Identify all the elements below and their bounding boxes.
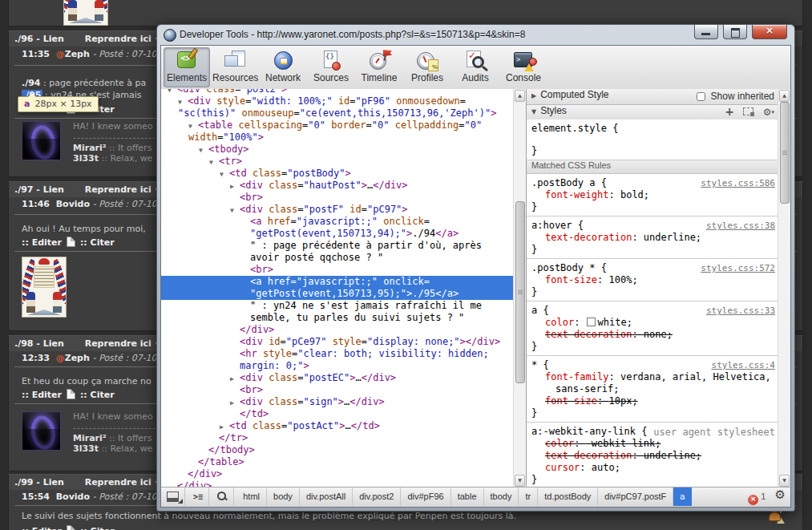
tree-line[interactable]: </tr> [161, 432, 514, 444]
post-author-link[interactable]: @Zeph [56, 353, 90, 363]
tree-line[interactable]: margin: 0;"> [161, 360, 514, 372]
toolbar-tab-resources[interactable]: Resources [212, 47, 258, 87]
expand-arrow-open-icon[interactable]: ▼ [188, 123, 198, 130]
scrollbar-thumb[interactable] [515, 201, 525, 383]
css-property[interactable]: cursor: auto; [531, 462, 775, 474]
show-inherited-checkbox[interactable] [697, 92, 705, 101]
expanded-arrow-icon[interactable]: ▼ [531, 108, 536, 115]
color-swatch[interactable] [587, 318, 596, 326]
expand-arrow-open-icon[interactable]: ▼ [220, 171, 229, 178]
breadcrumb-tbody[interactable]: tbody [484, 488, 519, 506]
tree-line[interactable]: </tbody> [161, 444, 514, 456]
tree-line[interactable]: avoir posté qqchose ? " [161, 252, 514, 264]
stylesheet-link[interactable]: styles.css:33 [706, 305, 775, 316]
toolbar-tab-profiles[interactable]: %Profiles [404, 47, 450, 87]
css-property[interactable]: color: white; [531, 317, 775, 329]
expand-arrow-closed-icon[interactable]: ▶ [220, 423, 229, 431]
css-property[interactable]: text-decoration: none; [531, 329, 775, 341]
toolbar-tab-console[interactable]: >Console [500, 47, 547, 87]
breadcrumb-table[interactable]: table [451, 488, 484, 506]
css-property[interactable]: font-size: 100%; [531, 274, 775, 286]
scroll-up-icon[interactable]: ▲ [515, 90, 525, 102]
tree-line[interactable]: "getPost(event,150713,95);">./95</a> [161, 288, 514, 300]
css-selector[interactable]: a:-webkit-any-link [531, 426, 636, 437]
tree-line[interactable]: " : page précédente à partir d'où, après [161, 240, 514, 252]
tree-line[interactable]: semble, tu parles du suivi sujets ? " [161, 312, 514, 324]
new-style-rule-button[interactable]: + [725, 105, 734, 118]
collapsed-arrow-icon[interactable]: ▶ [531, 92, 536, 99]
tree-line[interactable]: ▼<td class="postBody"> [161, 168, 514, 180]
scrollbar-thumb[interactable] [780, 102, 790, 204]
post-number-link[interactable]: ./97 - Lien [14, 184, 64, 195]
tree-line[interactable]: ▶<td class="postAct">…</td> [161, 420, 514, 432]
tree-line[interactable]: ▼<tbody> [161, 144, 514, 156]
toolbar-tab-audits[interactable]: ✓Audits [452, 47, 499, 87]
breadcrumb-div-postAll[interactable]: div.postAll [300, 488, 353, 506]
tree-line[interactable]: ▶<div class="hautPost">…</div> [161, 180, 514, 192]
dock-side-button[interactable] [161, 488, 185, 506]
css-property[interactable]: color: -webkit-link; [531, 438, 775, 450]
css-property[interactable]: text-decoration: underline; [531, 232, 775, 244]
tree-line[interactable]: width="100%"> [161, 131, 514, 144]
expand-arrow-open-icon[interactable]: ▼ [199, 147, 208, 154]
tree-line[interactable]: ▼<tr> [161, 156, 514, 168]
stylesheet-link[interactable]: styles.css:572 [701, 263, 775, 273]
tree-line[interactable]: </div> [161, 468, 514, 480]
css-property[interactable]: font-weight: bold; [531, 189, 775, 201]
post-number-link[interactable]: ./96 - Lien [14, 34, 64, 44]
css-property[interactable]: font-family: verdana, arial, Helvetica, … [531, 371, 775, 395]
cite-link[interactable]: :: Citer [80, 237, 115, 248]
tree-line[interactable]: ▼<table cellspacing="0" border="0" cellp… [161, 119, 514, 131]
tree-line[interactable]: ▶<div class="sign">…</div> [161, 396, 514, 408]
breadcrumb-div-pC97-postF[interactable]: div#pC97.postF [598, 488, 673, 506]
scroll-down-icon[interactable]: ▼ [779, 475, 790, 487]
tree-line[interactable]: <hr style="clear: both; visibility: hidd… [161, 348, 514, 360]
tree-line[interactable]: </table> [161, 456, 514, 468]
css-selector[interactable]: .postBody a [531, 177, 595, 188]
console-toggle-button[interactable]: >≡ [188, 488, 209, 506]
breadcrumb-a[interactable]: a [673, 488, 692, 506]
expand-arrow-open-icon[interactable]: ▼ [168, 89, 177, 94]
resume-here-link[interactable]: Reprendre ici •« [85, 338, 166, 349]
tree-line[interactable]: ▼<div class="postF" id="pC97"> [161, 204, 514, 216]
error-count-badge[interactable]: ×1 [748, 492, 766, 501]
toolbar-tab-sources[interactable]: {}Sources [308, 47, 354, 87]
tree-line[interactable]: ▼<div class="post2"> [161, 89, 514, 95]
post-author-link[interactable]: Bovido [56, 492, 90, 502]
tree-line[interactable]: "getPost(event,150713,94);">./94</a> [161, 228, 514, 240]
styles-gear-icon[interactable]: ⚙▾ [763, 107, 774, 118]
tree-line[interactable]: <div id="pCe97" style="display: none;"><… [161, 336, 514, 348]
expand-arrow-closed-icon[interactable]: ▶ [230, 375, 240, 382]
css-selector[interactable]: a [531, 305, 537, 316]
tree-line[interactable]: <a href="javascript:;" onclick= [161, 216, 514, 228]
cite-link[interactable]: :: Citer [80, 390, 115, 400]
css-selector[interactable]: .postBody * [531, 262, 595, 273]
toolbar-tab-elements[interactable]: <>Elements [164, 47, 210, 87]
post-number-link[interactable]: ./99 - Lien [14, 477, 64, 488]
styles-header[interactable]: ▼Styles + ⚙▾ [527, 105, 790, 121]
empty-declaration-area[interactable] [531, 135, 775, 145]
styles-scrollbar[interactable]: ▲ ▼ [778, 89, 790, 488]
resume-here-link[interactable]: Reprendre ici •« [85, 34, 166, 44]
tree-line[interactable]: </div> [161, 324, 514, 336]
scroll-down-icon[interactable]: ▼ [515, 475, 525, 487]
resume-here-link[interactable]: Reprendre ici •« [85, 477, 166, 488]
post-author-link[interactable]: Bovido [56, 199, 90, 209]
element-state-icon[interactable] [743, 107, 753, 115]
restore-button[interactable] [723, 25, 747, 39]
computed-style-header[interactable]: ▶Computed Style Show inherited [527, 89, 790, 105]
edit-link[interactable]: :: Editer [22, 390, 62, 400]
breadcrumb-td-postBody[interactable]: td.postBody [538, 488, 598, 506]
expand-arrow-open-icon[interactable]: ▼ [178, 99, 188, 106]
inspect-element-button[interactable] [212, 488, 234, 506]
breadcrumb-tr[interactable]: tr [519, 488, 538, 506]
elements-scrollbar[interactable]: ▲ ▼ [513, 89, 526, 488]
minimize-button[interactable] [694, 25, 718, 39]
stylesheet-link[interactable]: styles.css:38 [706, 220, 775, 231]
expand-arrow-open-icon[interactable]: ▼ [230, 207, 240, 214]
edit-link[interactable]: :: Editer [22, 526, 62, 530]
tree-line[interactable]: <br> [161, 192, 514, 204]
tree-line[interactable]: "sc(this)" onmouseup="ce(event,this,1507… [161, 107, 514, 119]
settings-gear-icon[interactable]: ⚙ [775, 488, 786, 502]
tree-line[interactable]: </td> [161, 408, 514, 420]
